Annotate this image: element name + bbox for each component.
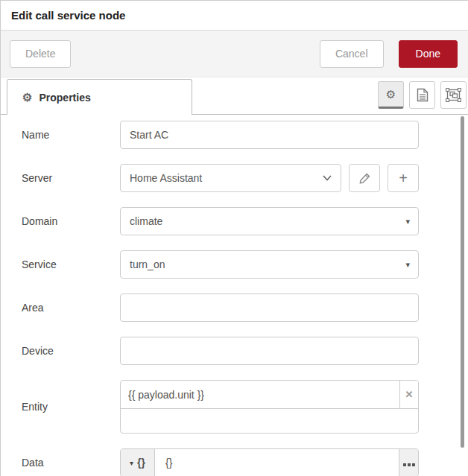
vertical-scrollbar[interactable] bbox=[461, 116, 464, 448]
data-typed-input: ▾ {} {} bbox=[120, 448, 419, 476]
pencil-icon bbox=[359, 173, 370, 184]
data-row: Data ▾ {} {} bbox=[22, 448, 419, 476]
server-label: Server bbox=[22, 172, 120, 184]
properties-tab-button[interactable]: ⚙ bbox=[378, 81, 404, 109]
tab-icon-buttons: ⚙ bbox=[378, 81, 467, 109]
properties-form: Name Server Home Assistant bbox=[1, 115, 468, 476]
cancel-button[interactable]: Cancel bbox=[320, 40, 384, 68]
service-row: Service ▾ bbox=[22, 250, 419, 279]
document-icon bbox=[417, 88, 429, 102]
name-input[interactable] bbox=[120, 121, 419, 149]
edit-server-button[interactable] bbox=[349, 164, 380, 192]
service-input[interactable] bbox=[120, 250, 419, 279]
entity-list-item[interactable]: {{ payload.unit }} ✕ bbox=[121, 381, 418, 409]
tab-bar: ⚙ Properties ⚙ bbox=[1, 77, 468, 115]
description-tab-button[interactable] bbox=[409, 81, 435, 109]
dialog-title-bar: Edit call service node bbox=[1, 1, 468, 31]
entity-row: Entity {{ payload.unit }} ✕ bbox=[22, 380, 419, 434]
plus-icon: + bbox=[399, 171, 408, 185]
data-type-select[interactable]: ▾ {} bbox=[121, 449, 155, 476]
gear-icon: ⚙ bbox=[386, 89, 396, 100]
server-row: Server Home Assistant bbox=[22, 164, 419, 192]
service-label: Service bbox=[22, 258, 120, 270]
device-row: Device bbox=[22, 337, 419, 365]
server-select-value: Home Assistant bbox=[130, 172, 202, 184]
edit-call-service-node-dialog: Edit call service node Delete Cancel Don… bbox=[0, 0, 468, 476]
area-input[interactable] bbox=[120, 293, 419, 322]
domain-row: Domain ▾ bbox=[22, 207, 419, 235]
delete-button[interactable]: Delete bbox=[10, 40, 71, 68]
name-label: Name bbox=[22, 129, 120, 141]
data-label: Data bbox=[22, 457, 120, 469]
area-row: Area bbox=[22, 293, 419, 322]
dialog-button-bar: Delete Cancel Done bbox=[1, 31, 468, 77]
object-group-icon bbox=[446, 88, 461, 102]
add-server-button[interactable]: + bbox=[388, 164, 419, 192]
expand-editor-button[interactable] bbox=[399, 449, 418, 476]
device-label: Device bbox=[22, 345, 120, 357]
appearance-tab-button[interactable] bbox=[440, 81, 467, 109]
entity-editable-list: {{ payload.unit }} ✕ bbox=[120, 380, 419, 434]
done-button[interactable]: Done bbox=[399, 40, 458, 68]
close-icon: ✕ bbox=[405, 389, 414, 400]
entity-item-input[interactable]: {{ payload.unit }} bbox=[121, 381, 399, 408]
dialog-title: Edit call service node bbox=[11, 9, 125, 22]
name-row: Name bbox=[22, 121, 419, 149]
server-select[interactable]: Home Assistant bbox=[120, 164, 341, 192]
json-type-icon: {} bbox=[137, 457, 145, 469]
device-input[interactable] bbox=[120, 337, 419, 365]
area-label: Area bbox=[22, 302, 120, 314]
domain-input[interactable] bbox=[120, 207, 419, 235]
tab-properties[interactable]: ⚙ Properties bbox=[7, 79, 192, 115]
entity-label: Entity bbox=[22, 401, 120, 413]
tab-properties-label: Properties bbox=[39, 92, 90, 104]
domain-label: Domain bbox=[22, 215, 120, 227]
data-value[interactable]: {} bbox=[155, 449, 399, 476]
ellipsis-icon bbox=[402, 456, 416, 469]
chevron-down-icon bbox=[323, 175, 332, 181]
caret-down-icon: ▾ bbox=[130, 459, 133, 467]
gear-icon: ⚙ bbox=[22, 92, 32, 103]
remove-entity-button[interactable]: ✕ bbox=[399, 381, 418, 408]
